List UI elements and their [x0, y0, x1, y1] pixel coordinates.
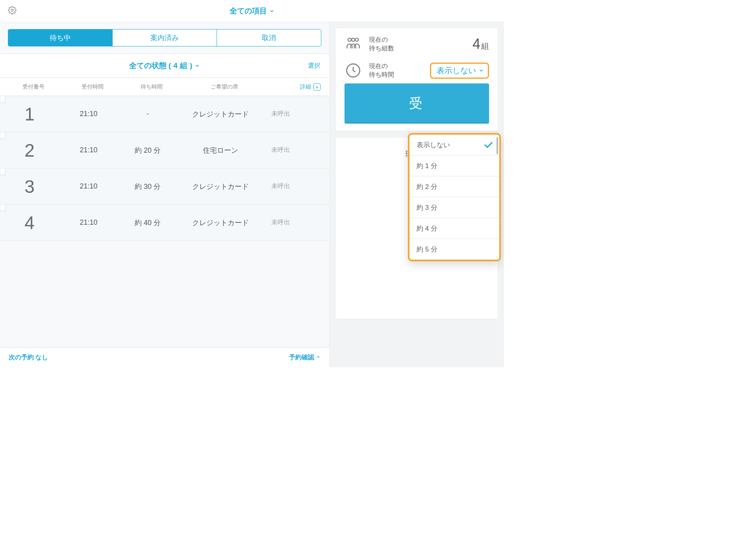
- header-bar: 全ての項目: [0, 0, 504, 22]
- receive-button[interactable]: 受: [345, 83, 489, 124]
- svg-point-1: [348, 38, 351, 41]
- row-seat: クレジットカード: [177, 182, 264, 191]
- row-wait: 約 30 分: [118, 182, 177, 191]
- wait-time-option[interactable]: 約 1 分: [410, 155, 499, 176]
- bookmark-icon: [0, 132, 6, 141]
- row-wait: -: [118, 110, 177, 118]
- svg-point-3: [355, 38, 358, 41]
- row-number: 2: [0, 140, 59, 161]
- tab-cancelled[interactable]: 取消: [217, 30, 321, 46]
- svg-point-2: [352, 38, 355, 41]
- left-footer: 次の予約 なし 予約確認: [0, 348, 329, 367]
- filter-unit: 組: [180, 61, 187, 71]
- group-count-value: 4組: [472, 36, 489, 52]
- row-wait: 約 40 分: [118, 218, 177, 227]
- row-status: 未呼出: [264, 110, 329, 118]
- tab-guided[interactable]: 案内済み: [112, 30, 217, 46]
- bookmark-icon: [0, 204, 6, 213]
- col-number: 受付番号: [4, 83, 63, 91]
- row-status: 未呼出: [264, 146, 329, 154]
- bookmark-icon: [0, 96, 6, 104]
- row-status: 未呼出: [264, 218, 329, 227]
- confirm-reservation-link[interactable]: 予約確認: [289, 353, 321, 362]
- chevron-down-icon: [195, 63, 200, 68]
- filter-row: 全ての状態 (4組) 選択: [0, 54, 329, 78]
- filter-label-prefix: 全ての状態 (: [129, 61, 171, 71]
- header-title-dropdown[interactable]: 全ての項目: [230, 6, 275, 16]
- confirm-reservation-text: 予約確認: [289, 354, 314, 361]
- chevron-up-icon: [316, 355, 321, 359]
- clock-icon: [345, 62, 362, 79]
- wait-time-popover: 表示しない約 1 分約 2 分約 3 分約 4 分約 5 分: [408, 133, 501, 261]
- queue-row[interactable]: 3 21:10 約 30 分 クレジットカード 未呼出: [0, 168, 329, 205]
- wait-time-dropdown[interactable]: 表示しない: [430, 63, 489, 79]
- next-reservation-label: 次の予約 なし: [9, 353, 48, 362]
- column-headers: 受付番号 受付時間 待ち時間 ご希望の席 詳細 +: [0, 78, 329, 96]
- chevron-down-icon: [478, 68, 484, 73]
- queue-row[interactable]: 1 21:10 - クレジットカード 未呼出: [0, 96, 329, 132]
- wait-time-option[interactable]: 表示しない: [410, 135, 499, 155]
- group-count-label: 現在の 待ち組数: [369, 35, 465, 53]
- row-number: 4: [0, 212, 59, 233]
- row-time: 21:10: [59, 218, 118, 227]
- stats-card: 現在の 待ち組数 4組 現在の 待ち時間 表示しない: [336, 28, 498, 131]
- svg-point-0: [11, 9, 13, 11]
- row-wait: 約 20 分: [118, 146, 177, 155]
- queue-row[interactable]: 4 21:10 約 40 分 クレジットカード 未呼出: [0, 205, 329, 241]
- select-link[interactable]: 選択: [308, 62, 321, 70]
- stat-wait-time: 現在の 待ち時間 表示しない: [345, 62, 489, 80]
- col-seat: ご希望の席: [181, 83, 268, 91]
- gear-icon[interactable]: [8, 6, 17, 16]
- row-time: 21:10: [59, 146, 118, 154]
- wait-time-value: 表示しない: [437, 65, 476, 76]
- chevron-down-icon: [269, 8, 275, 14]
- header-title-text: 全ての項目: [230, 6, 267, 16]
- col-time: 受付時間: [63, 83, 122, 91]
- wait-time-label: 現在の 待ち時間: [369, 62, 423, 80]
- row-seat: クレジットカード: [177, 218, 264, 227]
- stat-groups: 現在の 待ち組数 4組: [345, 35, 489, 53]
- detail-link[interactable]: 詳細: [300, 83, 311, 91]
- row-time: 21:10: [59, 182, 118, 190]
- filter-count: 4: [173, 61, 178, 70]
- filter-dropdown[interactable]: 全ての状態 (4組): [129, 61, 200, 71]
- tab-waiting[interactable]: 待ち中: [8, 30, 112, 46]
- people-icon: [345, 35, 362, 53]
- status-tabs: 待ち中 案内済み 取消: [8, 29, 321, 46]
- col-wait: 待ち時間: [122, 83, 181, 91]
- left-panel: 待ち中 案内済み 取消 全ての状態 (4組) 選択 受付番号 受付時間 待ち時間…: [0, 22, 330, 367]
- receive-button-label: 受: [409, 94, 425, 113]
- plus-icon[interactable]: +: [313, 83, 321, 91]
- wait-time-option[interactable]: 約 5 分: [410, 239, 499, 260]
- row-seat: クレジットカード: [177, 109, 264, 119]
- row-number: 3: [0, 176, 59, 197]
- row-status: 未呼出: [264, 182, 329, 190]
- row-number: 1: [0, 104, 59, 125]
- wait-time-option[interactable]: 約 2 分: [410, 176, 499, 197]
- wait-time-option[interactable]: 約 3 分: [410, 197, 499, 218]
- bookmark-icon: [0, 168, 6, 177]
- row-seat: 住宅ローン: [177, 146, 264, 155]
- row-time: 21:10: [59, 110, 118, 118]
- queue-rows: 1 21:10 - クレジットカード 未呼出 2 21:10 約 20 分 住宅…: [0, 96, 329, 241]
- queue-row[interactable]: 2 21:10 約 20 分 住宅ローン 未呼出: [0, 132, 329, 168]
- right-panel: 現在の 待ち組数 4組 現在の 待ち時間 表示しない: [330, 22, 504, 367]
- wait-time-option[interactable]: 約 4 分: [410, 218, 499, 239]
- filter-label-suffix: ): [190, 61, 192, 70]
